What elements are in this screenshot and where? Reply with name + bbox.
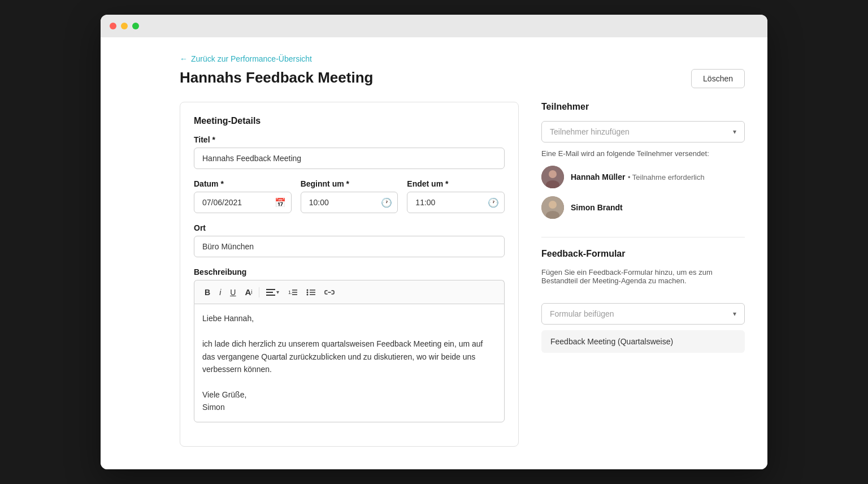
svg-text:1.: 1. <box>288 289 293 295</box>
endet-input[interactable] <box>407 192 505 213</box>
svg-point-7 <box>307 289 309 291</box>
form-section-title: Meeting-Details <box>194 116 505 126</box>
participant-role-hannah: • Teilnahme erforderlich <box>628 173 705 182</box>
numbered-list-icon: 1. <box>288 288 297 296</box>
italic-button[interactable]: i <box>216 286 224 299</box>
titlebar <box>101 15 767 37</box>
minimize-dot[interactable] <box>121 23 128 29</box>
participant-item-simon: Simon Brandt <box>541 196 745 219</box>
underline-button[interactable]: U <box>227 286 239 299</box>
datum-group: Datum * 📅 <box>194 179 292 213</box>
feedback-form-placeholder: Formular beifügen <box>550 309 614 318</box>
editor-line-4: Simon <box>202 401 496 413</box>
link-icon <box>324 289 335 296</box>
form-panel: Meeting-Details Titel * Datum * 📅 Beg <box>180 102 519 446</box>
date-time-row: Datum * 📅 Beginnt um * 🕐 <box>194 179 505 213</box>
datum-input-wrapper: 📅 <box>194 192 292 213</box>
feedback-form-item: Feedback Meeting (Quartalsweise) <box>541 330 745 353</box>
align-button[interactable]: ▾ <box>263 286 283 299</box>
editor-body[interactable]: Liebe Hannah, ich lade dich herzlich zu … <box>194 304 505 422</box>
bullet-list-icon <box>306 288 315 296</box>
participant-info-hannah: Hannah Müller • Teilnahme erforderlich <box>571 172 705 182</box>
participants-chevron-icon: ▾ <box>733 128 736 136</box>
titel-label: Titel * <box>194 135 505 144</box>
feedback-chevron-icon: ▾ <box>733 310 736 318</box>
font-size-button[interactable]: Ai <box>241 285 255 299</box>
svg-point-9 <box>307 293 309 295</box>
editor-toolbar: B i U Ai ▾ <box>194 280 505 304</box>
align-icon <box>266 288 275 296</box>
divider <box>541 237 745 237</box>
email-notice: Eine E-Mail wird an folgende Teilnehmer … <box>541 149 745 158</box>
svg-point-8 <box>307 291 309 293</box>
beginnt-input-wrapper: 🕐 <box>301 192 398 213</box>
feedback-form-title: Feedback-Formular <box>541 249 745 259</box>
participant-info-simon: Simon Brandt <box>571 202 623 213</box>
bold-button[interactable]: B <box>201 286 214 299</box>
feedback-form-section: Feedback-Formular Fügen Sie ein Feedback… <box>541 249 745 353</box>
toolbar-sep-1 <box>259 287 259 297</box>
endet-input-wrapper: 🕐 <box>407 192 505 213</box>
link-button[interactable] <box>321 287 338 298</box>
participants-title: Teilnehmer <box>541 102 745 112</box>
avatar-simon <box>541 196 564 219</box>
svg-point-17 <box>549 201 557 209</box>
participants-placeholder: Teilnehmer hinzufügen <box>550 127 630 136</box>
delete-button[interactable]: Löschen <box>691 69 745 88</box>
datum-input[interactable] <box>194 192 292 213</box>
svg-point-14 <box>549 170 557 178</box>
maximize-dot[interactable] <box>132 23 139 29</box>
feedback-form-dropdown[interactable]: Formular beifügen ▾ <box>541 303 745 325</box>
titel-group: Titel * <box>194 135 505 169</box>
align-chevron-icon: ▾ <box>276 289 279 295</box>
sidebar-panel: Teilnehmer Teilnehmer hinzufügen ▾ Eine … <box>541 102 745 446</box>
back-link[interactable]: ← Zurück zur Performance-Übersicht <box>180 54 745 63</box>
beginnt-label: Beginnt um * <box>301 179 398 188</box>
ort-input[interactable] <box>194 236 505 257</box>
avatar-hannah <box>541 166 564 188</box>
bullet-list-button[interactable] <box>303 286 319 299</box>
feedback-description: Fügen Sie ein Feedback-Formular hinzu, u… <box>541 268 745 285</box>
participants-dropdown[interactable]: Teilnehmer hinzufügen ▾ <box>541 121 745 142</box>
page-title: Hannahs Feedback Meeting <box>180 69 373 87</box>
main-layout: Meeting-Details Titel * Datum * 📅 Beg <box>180 102 745 446</box>
datum-label: Datum * <box>194 179 292 188</box>
beginnt-group: Beginnt um * 🕐 <box>301 179 398 213</box>
beschreibung-label: Beschreibung <box>194 267 505 276</box>
participant-item-hannah: Hannah Müller • Teilnahme erforderlich <box>541 166 745 188</box>
ort-group: Ort <box>194 223 505 257</box>
beginnt-input[interactable] <box>301 192 398 213</box>
page-header: Hannahs Feedback Meeting Löschen <box>180 69 745 88</box>
participants-section: Teilnehmer Teilnehmer hinzufügen ▾ Eine … <box>541 102 745 219</box>
titel-input[interactable] <box>194 148 505 169</box>
editor-line-1: Liebe Hannah, <box>202 312 496 325</box>
endet-label: Endet um * <box>407 179 505 188</box>
back-link-text: Zurück zur Performance-Übersicht <box>191 54 312 63</box>
back-arrow-icon: ← <box>180 54 188 63</box>
editor-line-2: ich lade dich herzlich zu unserem quarta… <box>202 338 496 375</box>
editor-line-3: Viele Grüße, <box>202 388 496 401</box>
ort-label: Ort <box>194 223 505 232</box>
beschreibung-group: Beschreibung B i U Ai <box>194 267 505 422</box>
participant-name-simon: Simon Brandt <box>571 203 623 212</box>
participant-name-hannah: Hannah Müller <box>571 172 625 182</box>
endet-group: Endet um * 🕐 <box>407 179 505 213</box>
close-dot[interactable] <box>110 23 116 29</box>
numbered-list-button[interactable]: 1. <box>285 286 301 299</box>
